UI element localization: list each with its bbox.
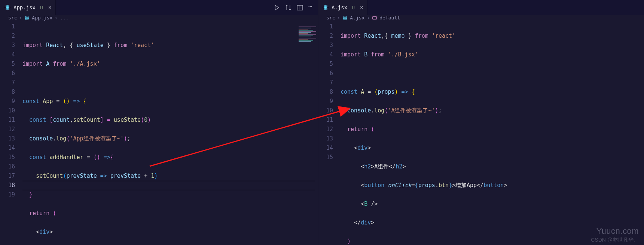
svg-point-6: [27, 17, 27, 18]
bc-root: src: [8, 15, 17, 21]
tab-actions: ⋯: [274, 4, 315, 11]
svg-point-14: [345, 17, 345, 18]
breadcrumb-left[interactable]: src › App.jsx › ...: [0, 15, 318, 21]
credit: CSDN @亦世凡华、: [591, 237, 639, 244]
react-icon: [323, 4, 329, 10]
split-editor-icon[interactable]: [297, 4, 303, 11]
active-line: [22, 181, 315, 190]
chevron-icon: ›: [337, 15, 340, 21]
bc-root: src: [326, 15, 335, 21]
react-icon: [342, 15, 348, 21]
tab-app-jsx[interactable]: App.jsx U ×: [0, 0, 56, 15]
tab-label: A.jsx: [332, 4, 347, 10]
svg-point-0: [7, 7, 8, 8]
symbol-icon: [372, 15, 377, 21]
react-icon: [24, 15, 30, 21]
bc-more: ...: [60, 15, 68, 21]
run-icon[interactable]: [274, 4, 280, 11]
editor-body-left[interactable]: 12345678910111213141516171819 import Rea…: [0, 21, 318, 245]
chevron-icon: ›: [367, 15, 370, 21]
tab-status: U: [40, 5, 43, 10]
close-icon[interactable]: ×: [360, 4, 363, 11]
watermark: Yuucn.com: [596, 226, 639, 236]
svg-rect-18: [373, 16, 377, 19]
more-icon[interactable]: ⋯: [308, 4, 315, 11]
chevron-icon: ›: [55, 15, 58, 21]
tab-a-jsx[interactable]: A.jsx U ×: [318, 0, 367, 15]
bc-symbol: default: [379, 15, 400, 21]
breadcrumb-right[interactable]: src › A.jsx › default: [318, 15, 644, 21]
tab-bar-left: App.jsx U × ⋯: [0, 0, 318, 15]
chevron-icon: ›: [19, 15, 22, 21]
compare-icon[interactable]: [285, 4, 292, 11]
editor-split-view: App.jsx U × ⋯ src › App.jsx › ... 123456…: [0, 0, 644, 245]
bc-file: A.jsx: [350, 15, 364, 21]
tab-label: App.jsx: [13, 4, 36, 10]
tab-status: U: [352, 5, 355, 10]
editor-pane-left: App.jsx U × ⋯ src › App.jsx › ... 123456…: [0, 0, 318, 245]
line-gutter: 123456789101112131415: [318, 21, 341, 245]
code-area-left[interactable]: import React, { useState } from 'react' …: [22, 21, 318, 245]
close-icon[interactable]: ×: [48, 4, 52, 11]
editor-pane-right: A.jsx U × src › A.jsx › default 12345678…: [318, 0, 644, 245]
code-area-right[interactable]: import React,{ memo } from 'react' impor…: [341, 21, 644, 245]
react-icon: [4, 4, 10, 10]
editor-body-right[interactable]: 123456789101112131415 import React,{ mem…: [318, 21, 644, 245]
line-gutter: 12345678910111213141516171819: [0, 21, 22, 245]
tab-bar-right: A.jsx U ×: [318, 0, 644, 15]
bc-file: App.jsx: [32, 15, 52, 21]
svg-point-10: [325, 7, 326, 8]
minimap[interactable]: [297, 26, 318, 52]
